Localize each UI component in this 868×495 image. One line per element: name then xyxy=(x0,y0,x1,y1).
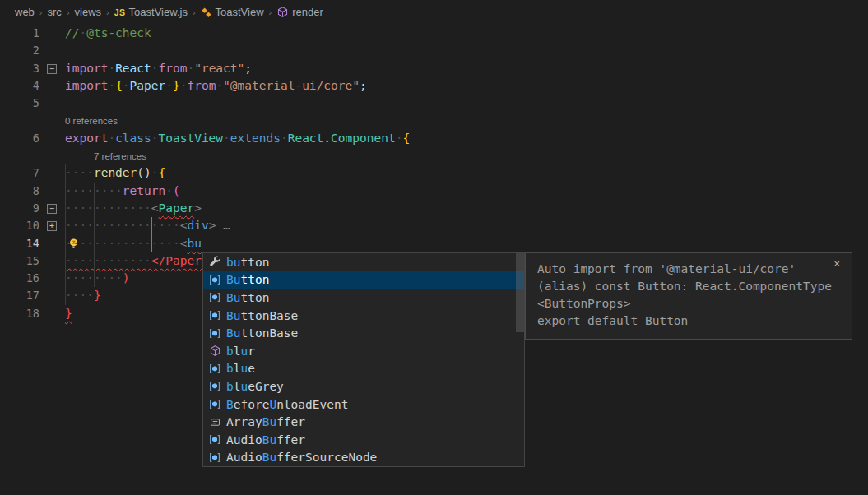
code-token: · xyxy=(281,132,288,145)
suggest-item-button[interactable]: Button xyxy=(203,289,524,307)
code-text[interactable]: //·@ts-check xyxy=(65,25,151,42)
breadcrumb-label: views xyxy=(75,6,102,18)
code-token: < xyxy=(151,201,159,215)
code-token: ; xyxy=(244,62,252,75)
suggest-item-arraybuffer[interactable]: ArrayBuffer xyxy=(203,413,524,431)
matched-chars: Bu xyxy=(262,451,276,464)
breadcrumb-label: ToastView xyxy=(216,6,264,18)
line-number: 14 xyxy=(0,235,39,252)
codelens-references[interactable]: 7 references xyxy=(94,148,146,165)
breadcrumb-separator-icon: › xyxy=(269,7,272,17)
matched-chars: Bu xyxy=(226,273,240,286)
breadcrumb-item-src[interactable]: src xyxy=(48,6,62,18)
code-token: } xyxy=(94,289,101,302)
breadcrumb: web›src›views›JSToastView.js›ToastView›r… xyxy=(0,0,868,24)
code-line: 2 xyxy=(0,42,868,59)
code-line: 4import·{·Paper·}·from·"@material-ui/cor… xyxy=(0,77,868,95)
code-token: ············ xyxy=(65,201,151,215)
breadcrumb-label: ToastView.js xyxy=(129,6,188,18)
codelens-row: 7 references xyxy=(0,147,868,164)
suggest-item-icon-wrap xyxy=(203,256,226,268)
suggest-item-button[interactable]: button xyxy=(203,253,524,271)
suggest-scrollbar[interactable] xyxy=(516,253,524,332)
code-token: </Paper xyxy=(151,254,202,267)
symbol-reference-icon xyxy=(208,291,221,303)
suggest-item-icon-wrap xyxy=(203,380,226,392)
code-text[interactable]: ····render()·{ xyxy=(65,164,165,182)
breadcrumb-item-views[interactable]: views xyxy=(75,6,102,18)
breadcrumb-item-render[interactable]: render xyxy=(276,6,323,18)
suggest-item-icon-wrap xyxy=(203,309,226,322)
suggest-docs-text: Auto import from '@material-ui/core'(ali… xyxy=(537,261,840,330)
code-token: · xyxy=(165,79,173,92)
label-chars: e xyxy=(248,362,255,375)
code-text[interactable]: ········) xyxy=(65,270,130,287)
code-text[interactable]: ················<div> … xyxy=(65,217,230,234)
breadcrumb-item-toastview[interactable]: ToastView xyxy=(201,6,264,18)
symbol-reference-icon xyxy=(208,274,221,286)
breadcrumb-label: render xyxy=(292,6,323,18)
code-text[interactable]: import·{·Paper·}·from·"@material-ui/core… xyxy=(65,77,367,95)
line-number: 8 xyxy=(0,183,39,200)
code-token: Paper xyxy=(130,79,166,92)
suggest-item-buttonbase[interactable]: ButtonBase xyxy=(203,307,524,325)
fold-expand-icon[interactable]: + xyxy=(47,221,57,231)
code-token: import xyxy=(65,79,108,92)
code-text[interactable]: export·class·ToastView·extends·React.Com… xyxy=(65,130,410,147)
code-token: return xyxy=(123,184,165,197)
code-text[interactable]: ········return·( xyxy=(65,183,180,200)
code-token: > xyxy=(194,201,202,215)
breadcrumb-item-toastview-js[interactable]: JSToastView.js xyxy=(114,6,188,18)
code-token: import xyxy=(65,62,108,75)
breadcrumb-icon-wrap xyxy=(276,6,289,18)
fold-collapse-icon[interactable]: − xyxy=(47,64,57,74)
code-text[interactable]: } xyxy=(65,305,72,322)
symbol-reference-icon xyxy=(208,327,221,340)
suggest-item-beforeunloadevent[interactable]: BeforeUnloadEvent xyxy=(203,396,524,414)
suggest-item-label: blur xyxy=(226,345,255,358)
javascript-file-icon: JS xyxy=(114,7,126,17)
suggest-item-icon-wrap xyxy=(203,363,226,375)
symbol-reference-icon xyxy=(208,398,221,410)
suggest-item-audiobuffersourcenode[interactable]: AudioBufferSourceNode xyxy=(203,449,524,467)
code-text[interactable]: import·React·from·"react"; xyxy=(65,60,252,77)
suggest-item-blue[interactable]: blue xyxy=(203,360,524,378)
code-token: @ts-check xyxy=(86,26,151,39)
code-token: · xyxy=(79,26,86,39)
suggest-item-button[interactable]: Button xyxy=(203,271,524,289)
suggest-item-blur[interactable]: blur xyxy=(203,342,524,360)
suggest-item-bluegrey[interactable]: blueGrey xyxy=(203,377,524,396)
suggest-item-buttonbase[interactable]: ButtonBase xyxy=(203,324,524,342)
close-icon[interactable]: × xyxy=(833,257,840,270)
code-text[interactable]: ····} xyxy=(65,287,101,304)
code-token: · xyxy=(123,79,130,92)
code-text[interactable]: ············<Paper> xyxy=(65,200,202,217)
label-chars: ffer xyxy=(276,415,305,428)
label-chars: r xyxy=(248,345,255,358)
breadcrumb-label: src xyxy=(48,6,62,18)
matched-chars: U xyxy=(269,398,276,411)
label-chars: Array xyxy=(226,415,262,428)
symbol-method-icon xyxy=(209,345,221,357)
suggest-item-audiobuffer[interactable]: AudioBuffer xyxy=(203,431,524,449)
code-token: bu xyxy=(187,237,201,250)
line-number: 6 xyxy=(0,130,39,147)
code-token: Paper xyxy=(159,201,195,215)
code-line: 10+················<div> … xyxy=(0,217,868,234)
code-token: · xyxy=(165,184,173,197)
code-token: from xyxy=(159,62,188,75)
code-text[interactable]: ············</Paper xyxy=(65,252,202,270)
codelens-references[interactable]: 0 references xyxy=(65,113,118,130)
code-text[interactable]: ················<bu xyxy=(65,235,202,252)
code-token: extends xyxy=(230,132,281,145)
code-token: · xyxy=(108,62,115,75)
code-token: } xyxy=(173,79,180,92)
suggest-item-icon-wrap xyxy=(203,274,226,286)
breadcrumb-item-web[interactable]: web xyxy=(15,6,35,18)
code-token: ········ xyxy=(65,184,123,197)
matched-chars: b xyxy=(226,362,234,375)
label-chars: tton xyxy=(240,256,269,269)
suggest-item-icon-wrap xyxy=(203,345,226,357)
fold-collapse-icon[interactable]: − xyxy=(47,204,57,214)
code-line: 7····render()·{ xyxy=(0,164,868,182)
